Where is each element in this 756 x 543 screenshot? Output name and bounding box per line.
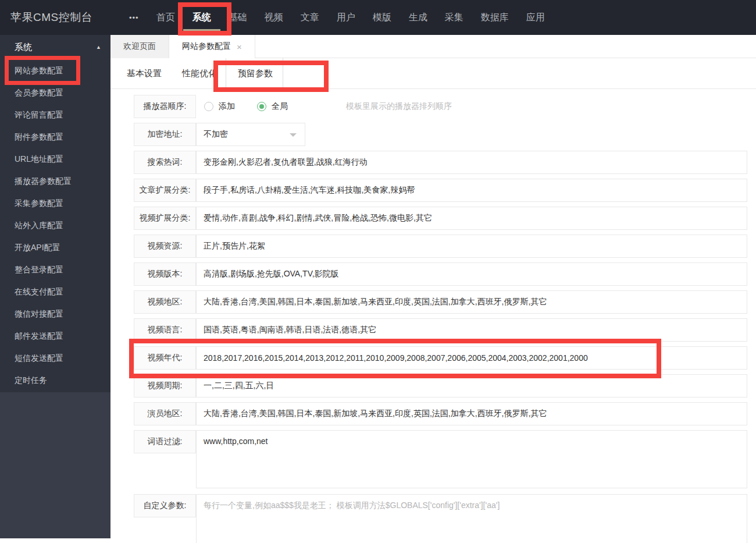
player-order-hint: 模板里展示的播放器排列顺序	[346, 101, 452, 112]
sidebar-item-url[interactable]: URL地址配置	[0, 148, 110, 170]
sidebar-group-system[interactable]: 系统 ▲	[0, 35, 110, 59]
subtab-reserved-params[interactable]: 预留参数	[226, 58, 283, 88]
sidebar-item-wechat[interactable]: 微信对接配置	[0, 303, 110, 325]
sidebar-item-email[interactable]: 邮件发送配置	[0, 325, 110, 347]
page-tabs: 欢迎页面 网站参数配置 ×	[110, 35, 756, 58]
sidebar-item-cron[interactable]: 定时任务	[0, 369, 110, 391]
sidebar-item-open-api[interactable]: 开放API配置	[0, 236, 110, 258]
ellipsis-menu-icon[interactable]: •••	[129, 13, 139, 22]
custom-params-label: 自定义参数:	[134, 494, 196, 517]
video-resource-label: 视频资源:	[134, 235, 196, 258]
row-player-order: 播放器顺序: 添加 全局 模板里展示的播放器排列顺序	[134, 95, 747, 118]
nav-item-template[interactable]: 模版	[373, 0, 391, 35]
encrypt-url-select[interactable]: 不加密	[196, 123, 305, 146]
row-video-resource: 视频资源:	[134, 235, 747, 258]
encrypt-url-label: 加密地址:	[134, 123, 196, 146]
sidebar-item-attachment[interactable]: 附件参数配置	[0, 126, 110, 148]
video-version-input[interactable]	[196, 262, 747, 286]
row-video-week: 视频周期:	[134, 374, 747, 398]
player-order-options: 添加 全局 模板里展示的播放器排列顺序	[196, 95, 452, 118]
row-video-version: 视频版本:	[134, 262, 747, 286]
top-nav: ••• 首页 系统 基础 视频 文章 用户 模版 生成 采集 数据库 应用	[129, 0, 545, 35]
nav-item-system[interactable]: 系统	[192, 0, 211, 35]
actor-area-input[interactable]	[196, 402, 747, 425]
article-ext-class-input[interactable]	[196, 179, 747, 202]
nav-item-video[interactable]: 视频	[265, 0, 283, 35]
tab-site-params-label: 网站参数配置	[182, 41, 231, 52]
nav-item-app[interactable]: 应用	[526, 0, 545, 35]
row-video-language: 视频语言:	[134, 318, 747, 342]
collapse-arrow-icon: ▲	[96, 35, 101, 59]
tab-welcome[interactable]: 欢迎页面	[110, 35, 169, 58]
sidebar-item-member-params[interactable]: 会员参数配置	[0, 81, 110, 104]
tab-site-params[interactable]: 网站参数配置 ×	[169, 35, 255, 58]
main-content: 欢迎页面 网站参数配置 × 基本设置 性能优化 预留参数 播放器顺序: 添加 全…	[110, 35, 756, 543]
hot-words-input[interactable]	[196, 151, 747, 174]
sidebar: 系统 ▲ 网站参数配置 会员参数配置 评论留言配置 附件参数配置 URL地址配置…	[0, 35, 110, 538]
row-video-ext-class: 视频扩展分类:	[134, 207, 747, 230]
video-week-label: 视频周期:	[134, 374, 196, 398]
subtab-performance[interactable]: 性能优化	[170, 58, 226, 88]
row-video-area: 视频地区:	[134, 290, 747, 314]
video-area-label: 视频地区:	[134, 290, 196, 314]
radio-global-label[interactable]: 全局	[272, 101, 288, 112]
settings-subtabs: 基本设置 性能优化 预留参数	[110, 58, 756, 89]
sidebar-item-sms[interactable]: 短信发送配置	[0, 347, 110, 369]
nav-item-collect[interactable]: 采集	[445, 0, 463, 35]
sidebar-item-collect-params[interactable]: 采集参数配置	[0, 192, 110, 214]
sidebar-item-online-pay[interactable]: 在线支付配置	[0, 281, 110, 303]
hot-words-label: 搜索热词:	[134, 151, 196, 174]
top-bar: 苹果CMS控制台 ••• 首页 系统 基础 视频 文章 用户 模版 生成 采集 …	[0, 0, 756, 35]
row-actor-area: 演员地区:	[134, 402, 747, 425]
row-encrypt-url: 加密地址: 不加密	[134, 123, 747, 146]
nav-item-basic[interactable]: 基础	[229, 0, 247, 35]
subtab-basic-settings[interactable]: 基本设置	[115, 58, 170, 88]
video-ext-class-input[interactable]	[196, 207, 747, 230]
nav-item-home[interactable]: 首页	[156, 0, 175, 35]
radio-global[interactable]	[257, 102, 266, 111]
word-filter-textarea[interactable]: www,http,com,net	[196, 430, 747, 488]
sidebar-item-comment[interactable]: 评论留言配置	[0, 104, 110, 126]
nav-item-generate[interactable]: 生成	[409, 0, 427, 35]
chevron-down-icon	[290, 133, 297, 137]
video-resource-input[interactable]	[196, 235, 747, 258]
settings-form: 播放器顺序: 添加 全局 模板里展示的播放器排列顺序 加密地址: 不加密 搜索热…	[110, 89, 756, 543]
nav-item-user[interactable]: 用户	[337, 0, 355, 35]
sidebar-system-group: 系统 ▲ 网站参数配置 会员参数配置 评论留言配置 附件参数配置 URL地址配置…	[0, 35, 110, 392]
word-filter-label: 词语过滤:	[134, 430, 196, 453]
sidebar-item-site-params[interactable]: 网站参数配置	[0, 59, 110, 81]
row-article-ext-class: 文章扩展分类:	[134, 179, 747, 202]
nav-item-article[interactable]: 文章	[301, 0, 319, 35]
sidebar-item-player-params[interactable]: 播放器参数配置	[0, 170, 110, 192]
sidebar-item-integrated-login[interactable]: 整合登录配置	[0, 258, 110, 281]
video-week-input[interactable]	[196, 374, 747, 398]
encrypt-url-value: 不加密	[204, 129, 228, 140]
sidebar-item-external-store[interactable]: 站外入库配置	[0, 214, 110, 236]
video-year-input[interactable]	[196, 346, 747, 370]
custom-params-textarea[interactable]	[196, 494, 747, 543]
video-language-label: 视频语言:	[134, 318, 196, 342]
radio-add-label[interactable]: 添加	[219, 101, 235, 112]
close-icon[interactable]: ×	[237, 42, 242, 52]
nav-item-database[interactable]: 数据库	[481, 0, 509, 35]
video-language-input[interactable]	[196, 318, 747, 342]
video-area-input[interactable]	[196, 290, 747, 314]
video-version-label: 视频版本:	[134, 262, 196, 286]
row-video-year: 视频年代:	[134, 346, 747, 370]
row-hot-words: 搜索热词:	[134, 151, 747, 174]
radio-add[interactable]	[204, 102, 213, 111]
row-word-filter: 词语过滤: www,http,com,net	[134, 430, 747, 488]
article-ext-class-label: 文章扩展分类:	[134, 179, 196, 202]
video-ext-class-label: 视频扩展分类:	[134, 207, 196, 230]
tab-welcome-label: 欢迎页面	[123, 41, 156, 52]
actor-area-label: 演员地区:	[134, 402, 196, 425]
sidebar-group-label: 系统	[15, 42, 32, 52]
video-year-label: 视频年代:	[134, 346, 196, 370]
row-custom-params: 自定义参数:	[134, 494, 747, 543]
player-order-label: 播放器顺序:	[134, 95, 196, 118]
app-title: 苹果CMS控制台	[10, 0, 92, 35]
